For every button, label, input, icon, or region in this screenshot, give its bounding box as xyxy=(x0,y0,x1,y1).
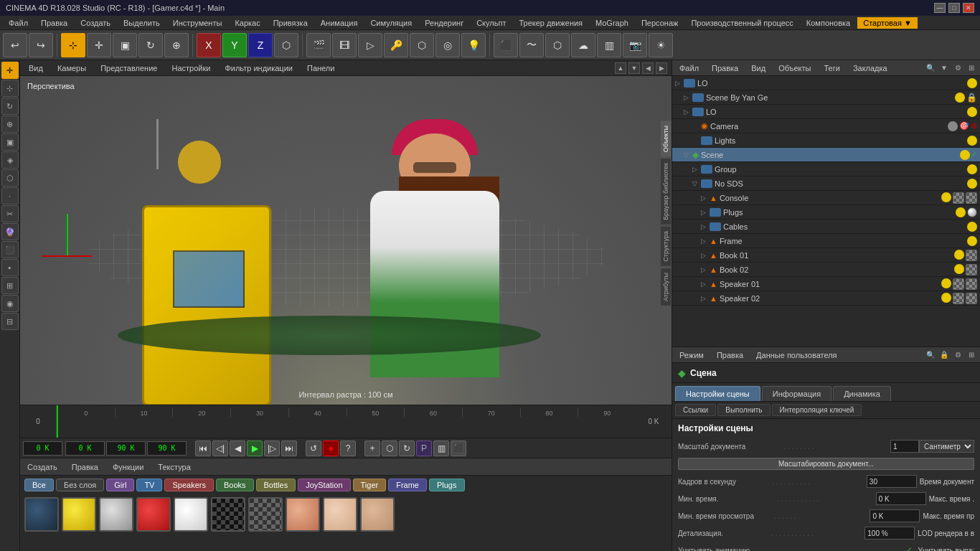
obj-expand-icon[interactable]: ⊞ xyxy=(966,62,977,74)
time-current[interactable]: 0 K xyxy=(23,441,62,456)
tb-move[interactable]: ✛ xyxy=(87,33,111,57)
tool-box[interactable]: ▣ xyxy=(1,133,19,151)
loop-btn[interactable]: ↺ xyxy=(306,441,321,456)
scene-tab-dynamics[interactable]: Динамика xyxy=(833,386,891,401)
tb-objects2[interactable]: ⬡ xyxy=(410,33,434,57)
material-white[interactable] xyxy=(174,497,208,532)
tool-grid[interactable]: ⊟ xyxy=(1,313,19,330)
tb-spline[interactable]: 〜 xyxy=(519,33,544,57)
tb-keys[interactable]: 🔑 xyxy=(384,33,408,57)
sp-menu-mode[interactable]: Режим xyxy=(675,350,708,360)
obj-row-camera[interactable]: ◉ Camera 🎯 ⊗ xyxy=(672,119,980,133)
menu-render[interactable]: Рендеринг xyxy=(419,17,469,29)
vp-menu-cameras[interactable]: Камеры xyxy=(53,63,90,73)
settings-btn-scale[interactable]: Масштабировать документ... xyxy=(678,458,974,470)
vp-menu-display[interactable]: Представление xyxy=(96,63,161,73)
obj-row-group[interactable]: ▷ Group xyxy=(672,162,980,176)
key-final-btn[interactable]: ⬛ xyxy=(451,441,466,456)
tool-paint[interactable]: ▪ xyxy=(1,259,19,276)
tool-measure[interactable]: ⊞ xyxy=(1,277,19,294)
material-red[interactable] xyxy=(136,497,171,532)
vp-menu-view[interactable]: Вид xyxy=(24,63,47,73)
tool-scale[interactable]: ⊕ xyxy=(1,116,19,133)
menu-snap[interactable]: Привязка xyxy=(268,17,314,29)
tool-brush[interactable]: ⬛ xyxy=(1,241,19,258)
obj-menu-edit[interactable]: Правка xyxy=(707,63,743,73)
menu-create[interactable]: Создать xyxy=(75,17,116,29)
time-start-field[interactable]: 0 K xyxy=(65,441,105,456)
menu-edit[interactable]: Правка xyxy=(35,17,73,29)
obj-menu-tags[interactable]: Теги xyxy=(820,63,844,73)
obj-row-lo1[interactable]: ▷ LO xyxy=(672,76,980,90)
rst-objects[interactable]: Объекты xyxy=(661,121,672,157)
tb-anim[interactable]: ▷ xyxy=(358,33,382,57)
bottom-menu-create[interactable]: Создать xyxy=(23,462,62,472)
obj-row-console[interactable]: ▷ ▲ Console xyxy=(672,191,980,205)
tb-x-axis[interactable]: X xyxy=(197,33,221,57)
obj-row-speaker02[interactable]: ▷ ▲ Speaker 02 xyxy=(672,291,980,306)
filter-tiger[interactable]: Tiger xyxy=(353,479,387,491)
help-btn[interactable]: ? xyxy=(340,441,356,456)
material-skin-light[interactable] xyxy=(323,497,357,532)
material-skin-medium[interactable] xyxy=(360,497,395,532)
menu-select[interactable]: Выделить xyxy=(118,17,166,29)
vp-ctrl-3[interactable]: ◀ xyxy=(642,62,654,74)
tb-render[interactable]: 🎞 xyxy=(332,33,357,57)
obj-row-nosds[interactable]: ▽ No SDS xyxy=(672,176,980,191)
tool-pointer[interactable]: ✛ xyxy=(1,62,19,79)
tb-scale-box[interactable]: ▣ xyxy=(113,33,137,57)
filter-books[interactable]: Books xyxy=(216,479,254,491)
record-btn[interactable]: ● xyxy=(323,441,339,456)
vp-ctrl-4[interactable]: ▶ xyxy=(656,62,667,74)
settings-input-mintime[interactable] xyxy=(876,492,926,505)
rst-attributes[interactable]: Атрибуты xyxy=(661,268,672,306)
tb-camera2[interactable]: 📷 xyxy=(623,33,647,57)
bottom-menu-edit[interactable]: Правка xyxy=(67,462,103,472)
tool-poly[interactable]: ◈ xyxy=(1,151,19,169)
filter-speakers[interactable]: Speakers xyxy=(164,479,213,491)
obj-row-plugs[interactable]: ▷ Plugs xyxy=(672,205,980,220)
tool-camera3[interactable]: ◉ xyxy=(1,295,19,312)
play-btn[interactable]: ▶ xyxy=(247,441,263,456)
tb-redo[interactable]: ↪ xyxy=(29,33,53,57)
tool-point[interactable]: · xyxy=(1,187,19,204)
settings-select-unit[interactable]: Сантиметр xyxy=(919,440,974,453)
maximize-btn[interactable]: □ xyxy=(948,3,960,13)
key-add-btn[interactable]: + xyxy=(364,441,380,456)
tool-move[interactable]: ⊹ xyxy=(1,80,19,97)
obj-row-cables[interactable]: ▷ Cables xyxy=(672,220,980,234)
filter-no-layer[interactable]: Без слоя xyxy=(56,479,104,491)
obj-row-scene-yan[interactable]: ▷ Scene By Yan Ge 🔒 xyxy=(672,90,980,105)
menu-production[interactable]: Производственный процесс xyxy=(685,17,798,29)
obj-search-icon[interactable]: 🔍 xyxy=(925,62,936,74)
tb-mat[interactable]: ◎ xyxy=(435,33,460,57)
bottom-menu-texture[interactable]: Текстура xyxy=(154,462,194,472)
material-yellow[interactable] xyxy=(62,497,96,532)
sp-search-icon[interactable]: 🔍 xyxy=(925,349,936,361)
scene-subtab-execute[interactable]: Выполнить xyxy=(717,404,770,416)
sp-lock-icon[interactable]: 🔒 xyxy=(938,349,950,361)
obj-filter-icon[interactable]: ▼ xyxy=(938,62,950,74)
vp-ctrl-2[interactable]: ▼ xyxy=(628,62,640,74)
obj-row-speaker01[interactable]: ▷ ▲ Speaker 01 xyxy=(672,277,980,291)
tb-film[interactable]: 🎬 xyxy=(306,33,331,57)
key-grid-btn[interactable]: ▥ xyxy=(433,441,449,456)
tool-edge[interactable]: ⬡ xyxy=(1,169,19,187)
scene-tab-settings[interactable]: Настройки сцены xyxy=(675,386,760,401)
play-back-btn[interactable]: ◀ xyxy=(230,441,245,456)
obj-menu-file[interactable]: Файл xyxy=(675,63,703,73)
settings-input-scale[interactable] xyxy=(890,440,919,453)
vp-menu-settings[interactable]: Настройки xyxy=(167,63,215,73)
sp-menu-edit[interactable]: Правка xyxy=(712,350,748,360)
tb-undo[interactable]: ↩ xyxy=(3,33,27,57)
tb-light[interactable]: 💡 xyxy=(461,33,486,57)
close-btn[interactable]: ✕ xyxy=(963,3,974,13)
tool-rotate[interactable]: ↻ xyxy=(1,98,19,115)
key-mode-btn[interactable]: ⬡ xyxy=(382,441,397,456)
menu-compose[interactable]: Компоновка xyxy=(801,17,856,29)
goto-end-btn[interactable]: ⏭ xyxy=(281,441,297,456)
tb-cube[interactable]: ⬛ xyxy=(494,33,518,57)
key-auto-btn[interactable]: ↻ xyxy=(399,441,415,456)
tb-y-axis[interactable]: Y xyxy=(222,33,247,57)
vp-menu-filter[interactable]: Фильтр индикации xyxy=(220,63,297,73)
